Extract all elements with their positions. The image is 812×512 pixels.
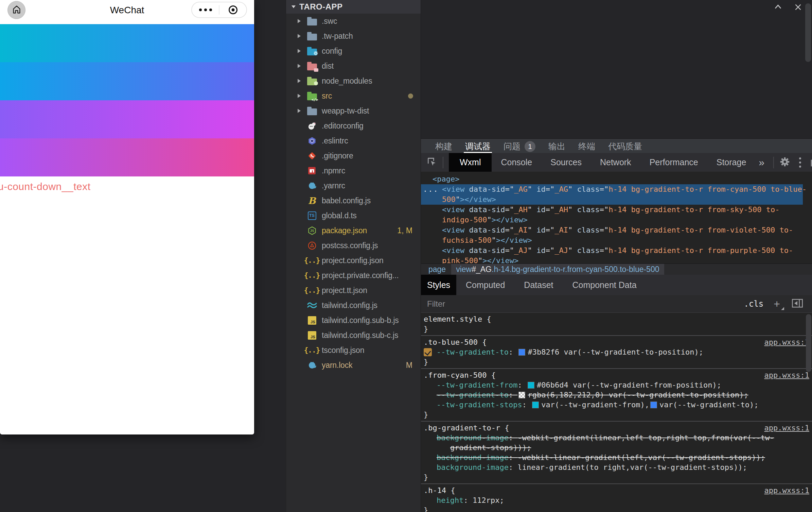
file-row-global-d-ts[interactable]: TSglobal.d.ts [286, 208, 421, 223]
color-swatch[interactable] [519, 392, 525, 398]
file-label: .yarnrc [322, 181, 345, 190]
settings-button[interactable] [779, 156, 790, 169]
gear-icon [779, 156, 790, 169]
file-row--npmrc[interactable]: .npmrc [286, 163, 421, 178]
file-row-project-tt-json[interactable]: {..}project.tt.json [286, 283, 421, 298]
capsule-menu [191, 2, 247, 18]
dock-side-button[interactable] [810, 156, 812, 169]
file-row-project-config-json[interactable]: {..}project.config.json [286, 253, 421, 268]
inspect-icon [426, 156, 437, 169]
wxml-node[interactable]: <view data-sid="_AI" id="_AI" class="h-1… [421, 225, 812, 245]
color-swatch[interactable] [651, 402, 657, 408]
wxml-code-line: <view data-sid="_AG" id="_AG" class="h-1… [421, 184, 803, 194]
file-row--gitignore[interactable]: .gitignore [286, 148, 421, 163]
declaration-checkbox[interactable] [424, 348, 432, 356]
git-icon [306, 150, 317, 161]
miniprogram-simulator: WeChat u-count-down__text [0, 0, 254, 434]
breadcrumb-selected-element[interactable]: view#_AG.h-14.bg-gradient-to-r.from-cyan… [451, 264, 664, 275]
kebab-menu-button[interactable] [799, 157, 801, 168]
file-row--tw-patch[interactable]: .tw-patch [286, 29, 421, 44]
stylesheet-link[interactable]: app.wxss:1 [764, 423, 809, 433]
styles-tab-computed[interactable]: Computed [456, 275, 514, 295]
devtools-tab-输出[interactable]: 输出 [548, 140, 565, 153]
folder-src-icon: </> [306, 90, 317, 101]
file-row-tailwind-config-sub-c-js[interactable]: JStailwind.config.sub-c.js [286, 328, 421, 343]
styles-tab-dataset[interactable]: Dataset [514, 275, 563, 295]
wxml-node-selected[interactable]: ...<view data-sid="_AG" id="_AG" class="… [421, 184, 803, 205]
styles-tab-styles[interactable]: Styles [421, 275, 456, 295]
file-row-tsconfig-json[interactable]: {..}tsconfig.json [286, 343, 421, 358]
color-swatch[interactable] [519, 349, 525, 355]
file-row-postcss-config-js[interactable]: postcss.config.js [286, 238, 421, 253]
more-button[interactable] [192, 2, 219, 17]
folder-icon [306, 105, 317, 116]
toggle-sidebar-button[interactable] [792, 298, 803, 309]
expand-ellipsis-icon[interactable]: ... [423, 184, 439, 194]
file-row-src[interactable]: </>src [286, 88, 421, 103]
gradient-bars [0, 24, 254, 176]
file-label: weapp-tw-dist [322, 106, 369, 116]
wxml-tree[interactable]: <page>...<view data-sid="_AG" id="_AG" c… [421, 172, 812, 263]
breadcrumb-page[interactable]: page [428, 265, 446, 274]
close-icon [794, 3, 802, 13]
devtools-tab-终端[interactable]: 终端 [578, 140, 595, 153]
color-swatch[interactable] [532, 402, 539, 408]
file-row-weapp-tw-dist[interactable]: weapp-tw-dist [286, 103, 421, 118]
stylesheet-link[interactable]: app.wxss:1 [764, 370, 809, 380]
inspector-tab-sources[interactable]: Sources [541, 153, 591, 172]
file-row-babel-config-js[interactable]: Bbabel.config.js [286, 193, 421, 208]
problems-count-badge: 1 [525, 141, 535, 152]
wxml-scrollbar-thumb[interactable] [805, 3, 811, 62]
styles-tab-component-data[interactable]: Component Data [563, 275, 646, 295]
file-label: project.config.json [322, 256, 384, 265]
devtools-tab-代码质量[interactable]: 代码质量 [608, 140, 642, 153]
new-style-rule-button[interactable]: + [774, 298, 780, 309]
file-row-config[interactable]: config [286, 44, 421, 58]
stylesheet-link[interactable]: app.wxss:1 [764, 337, 809, 347]
yarn-icon [306, 360, 317, 371]
file-row-project-private-config-[interactable]: {..}project.private.config... [286, 268, 421, 283]
inspector-tab-console[interactable]: Console [492, 153, 541, 172]
rule-close-brace: } [421, 410, 812, 420]
expand-arrow-icon [298, 19, 306, 23]
file-row-node-modules[interactable]: node_modules [286, 73, 421, 88]
collapse-panel-button[interactable] [773, 3, 783, 12]
wxml-node[interactable]: <view data-sid="_AJ" id="_AJ" class="h-1… [421, 245, 812, 263]
inspector-tab-network[interactable]: Network [591, 153, 640, 172]
file-row-yarn-lock[interactable]: yarn.lockM [286, 358, 421, 373]
exit-button[interactable] [219, 2, 246, 17]
file-row--swc[interactable]: .swc [286, 14, 421, 29]
devtools-tab-label: 问题 [504, 141, 520, 152]
file-label: project.tt.json [322, 286, 367, 295]
devtools-tab-label: 构建 [435, 141, 452, 152]
color-swatch[interactable] [528, 382, 534, 388]
inspector-tab-wxml[interactable]: Wxml [449, 153, 492, 172]
wxml-node[interactable]: <view data-sid="_AH" id="_AH" class="h-1… [421, 205, 812, 225]
close-panel-button[interactable] [794, 3, 802, 13]
inspector-tab-performance[interactable]: Performance [640, 153, 707, 172]
file-row-tailwind-config-sub-b-js[interactable]: JStailwind.config.sub-b.js [286, 313, 421, 328]
file-label: project.private.config... [322, 271, 399, 280]
file-row-tailwind-config-js[interactable]: tailwind.config.js [286, 298, 421, 313]
file-row-package-json[interactable]: JSpackage.json1, M [286, 223, 421, 238]
file-row-dist[interactable]: dist [286, 58, 421, 73]
stylesheet-link[interactable]: app.wxss:1 [764, 485, 809, 495]
styles-scrollbar-thumb[interactable] [806, 314, 811, 372]
rule-selector: element.style { [421, 314, 812, 324]
explorer-root-header[interactable]: TARO-APP [286, 0, 421, 14]
file-row--eslintrc[interactable]: .eslintrc [286, 133, 421, 148]
devtools-tab-问题[interactable]: 问题1 [504, 140, 535, 153]
style-rule: .to-blue-500 {app.wxss:1--tw-gradient-to… [421, 336, 812, 368]
more-tabs-button[interactable]: » [759, 157, 764, 168]
devtools-tab-调试器[interactable]: 调试器 [465, 140, 491, 153]
inspect-element-button[interactable] [426, 156, 437, 169]
styles-pane: element.style {}.to-blue-500 {app.wxss:1… [421, 313, 812, 512]
devtools-tab-构建[interactable]: 构建 [435, 140, 452, 153]
bar-sky-indigo [0, 62, 254, 100]
toggle-class-button[interactable]: .cls [744, 299, 764, 309]
file-row--yarnrc[interactable]: .yarnrc [286, 178, 421, 193]
file-row--editorconfig[interactable]: .editorconfig [286, 118, 421, 133]
inspector-tab-storage[interactable]: Storage [707, 153, 756, 172]
styles-filter-input[interactable] [427, 299, 733, 309]
folder-config-icon [306, 46, 317, 56]
